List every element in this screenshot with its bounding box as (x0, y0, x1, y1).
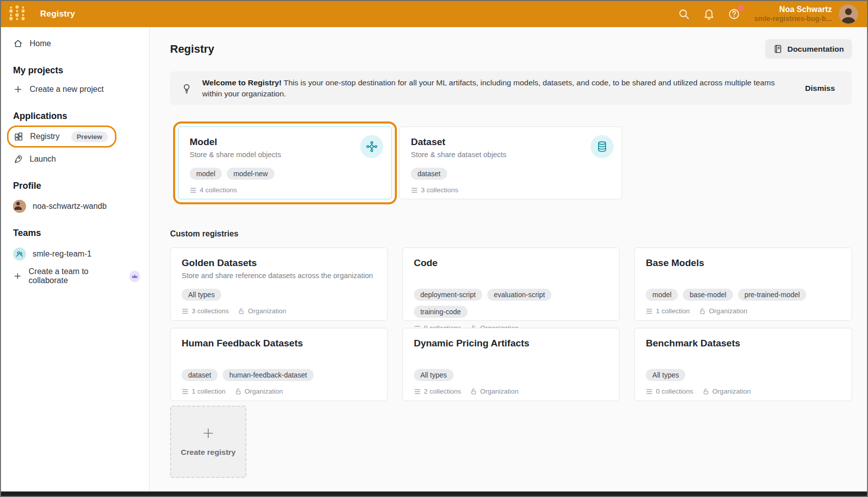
tag-pill: dataset (411, 168, 447, 180)
collections-count: 2 collections (414, 388, 461, 395)
card-title: Dataset (411, 137, 611, 148)
tag-pill: All types (182, 289, 221, 301)
preview-badge: Preview (71, 132, 108, 142)
wandb-logo-icon[interactable] (7, 5, 27, 24)
profile-header: Profile (13, 181, 140, 191)
profile-name: noa-schwartz-wandb (33, 202, 107, 211)
tag-pill: human-feedback-dataset (223, 369, 314, 381)
upgrade-badge (129, 271, 140, 282)
visibility-label: Organization (238, 307, 286, 315)
tag-pill: All types (414, 369, 454, 381)
notifications-bell-icon[interactable] (703, 8, 715, 20)
registry-card-golden-datasets[interactable]: Golden Datasets Store and share referenc… (170, 247, 388, 321)
model-card-annotation: Model Store & share model objects model … (173, 121, 397, 204)
user-org: smle-registries-bug-b... (754, 15, 832, 24)
card-description (414, 352, 609, 362)
collections-count: 1 collection (646, 307, 690, 315)
registry-card-model[interactable]: Model Store & share model objects model … (178, 127, 392, 199)
list-icon (411, 187, 418, 194)
lock-icon (470, 388, 477, 395)
applications-header: Applications (13, 111, 140, 121)
visibility-label: Organization (235, 388, 283, 395)
registry-card-dataset[interactable]: Dataset Store & share dataset objects da… (399, 127, 622, 199)
team-name: smle-reg-team-1 (33, 250, 91, 259)
collections-count: 0 collections (646, 388, 693, 395)
card-description (182, 352, 376, 362)
list-icon (646, 388, 653, 395)
card-description (646, 352, 840, 362)
create-team-button[interactable]: Create a team to collaborate (13, 268, 140, 285)
collections-count: 3 collections (411, 186, 458, 194)
custom-registries-title: Custom registries (170, 229, 852, 238)
welcome-banner: Welcome to Registry! This is your one-st… (170, 71, 852, 105)
registry-card-code[interactable]: Code deployment-script evaluation-script… (402, 247, 620, 321)
create-registry-button[interactable]: Create registry (170, 406, 246, 478)
tag-pill: evaluation-script (487, 289, 551, 301)
search-icon[interactable] (678, 8, 690, 20)
launch-label: Launch (30, 155, 56, 164)
sidebar-item-registry[interactable]: Registry Preview (14, 129, 108, 144)
sidebar-item-profile[interactable]: noa-schwartz-wandb (13, 198, 140, 215)
tag-pill: model (190, 168, 222, 180)
sidebar-item-home[interactable]: Home (13, 35, 140, 52)
card-title: Human Feedback Datasets (182, 338, 376, 349)
window-bottom-edge (1, 491, 867, 496)
team-avatar (13, 247, 26, 261)
profile-avatar (13, 200, 26, 213)
collections-count: 4 collections (190, 186, 237, 194)
dismiss-button[interactable]: Dismiss (790, 84, 841, 93)
topbar: Registry Noa Schwartz smle-registries-bu… (1, 1, 867, 27)
card-title: Golden Datasets (182, 258, 376, 269)
notification-dot (738, 5, 744, 11)
card-title: Benchmark Datasets (646, 338, 840, 349)
registry-card-base-models[interactable]: Base Models model base-model pre-trained… (634, 247, 852, 321)
list-icon (414, 388, 421, 395)
banner-body: This is your one-stop destination for al… (202, 78, 775, 98)
user-avatar[interactable] (839, 5, 858, 24)
visibility-label: Organization (470, 388, 519, 395)
card-title: Model (190, 137, 380, 148)
registry-label: Registry (30, 132, 60, 141)
banner-text: Welcome to Registry! This is your one-st… (202, 77, 780, 99)
registry-icon (14, 132, 24, 142)
tag-pill: All types (646, 369, 685, 381)
list-icon (190, 187, 197, 194)
tag-pill: model (646, 289, 678, 301)
registry-highlight-annotation: Registry Preview (7, 126, 116, 148)
visibility-label: Organization (699, 307, 748, 315)
registry-card-benchmark-datasets[interactable]: Benchmark Datasets All types 0 collectio… (634, 328, 852, 401)
create-project-label: Create a new project (30, 85, 104, 94)
tag-pill: pre-trained-model (738, 289, 807, 301)
list-icon (182, 388, 189, 395)
card-description: Store & share model objects (190, 151, 380, 161)
home-icon (13, 39, 23, 49)
tag-pill: training-code (414, 306, 468, 318)
sidebar-item-launch[interactable]: Launch (13, 151, 140, 168)
registry-card-human-feedback-datasets[interactable]: Human Feedback Datasets dataset human-fe… (170, 328, 388, 401)
plus-icon (13, 84, 23, 94)
list-icon (182, 308, 189, 315)
rocket-icon (13, 154, 23, 164)
plus-icon (13, 271, 22, 281)
card-title: Code (414, 258, 609, 269)
my-projects-header: My projects (13, 65, 140, 76)
sidebar-item-team[interactable]: smle-reg-team-1 (13, 245, 140, 263)
user-block[interactable]: Noa Schwartz smle-registries-bug-b... (754, 5, 832, 24)
lock-icon (702, 388, 709, 395)
book-icon (773, 44, 783, 54)
card-description (646, 272, 840, 282)
documentation-button[interactable]: Documentation (765, 39, 852, 59)
tag-pill: deployment-script (414, 289, 483, 301)
list-icon (646, 308, 653, 315)
sidebar-item-label: Home (30, 39, 51, 48)
help-icon[interactable] (728, 8, 740, 20)
tag-pill: model-new (227, 168, 274, 180)
lock-icon (238, 308, 245, 315)
collections-count: 1 collection (182, 388, 226, 395)
create-project-button[interactable]: Create a new project (13, 81, 140, 98)
main-content: Registry Documentation Welcome to Regist… (150, 27, 867, 492)
app-title: Registry (40, 9, 75, 19)
collections-count: 3 collections (182, 307, 229, 315)
registry-card-dynamic-pricing-artifacts[interactable]: Dynamic Pricing Artifacts All types 2 co… (402, 328, 620, 401)
lock-icon (235, 388, 242, 395)
